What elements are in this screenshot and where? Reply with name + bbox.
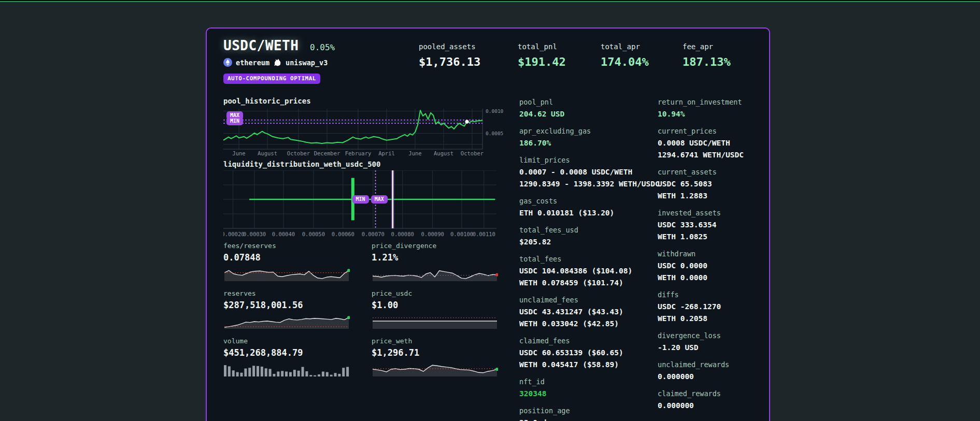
stat-group-claimed_fees: claimed_feesUSDC 60.653139 ($60.65)WETH … [519,337,658,371]
sparkline-value: $1.00 [372,300,498,310]
stat-group-invested_assets: invested_assetsUSDC 333.6354WETH 1.0825 [658,209,771,243]
stat-group-value: WETH 1.2883 [658,190,771,202]
stat-group-value: 204.62 USD [519,108,658,120]
stat-group-value: 0.0008 USDC/WETH [658,137,771,149]
price-history-chart[interactable]: 0.00100.0005JuneAugustOctoberDecemberFeb… [223,107,503,157]
stat-group-value: USDC 65.5083 [658,178,771,190]
stat-group-gas_costs: gas_costsETH 0.010181 ($13.20) [519,197,658,219]
stat-group-label: unclaimed_rewards [658,360,771,369]
sparkline-value: $1,296.71 [372,347,498,358]
stat-group-total_fees: total_feesUSDC 104.084386 ($104.08)WETH … [519,255,658,289]
stat-value: 187.13% [683,55,755,68]
svg-text:February: February [345,150,372,156]
svg-text:April: April [378,150,395,156]
svg-text:0.00100: 0.00100 [450,231,473,237]
stat-label: pooled_assets [419,42,518,51]
stat-group-value: USDC 43.431247 ($43.43) [519,306,658,318]
svg-text:0.00060: 0.00060 [332,231,354,237]
sparkline-value: $287,518,001.56 [223,300,350,310]
svg-text:0.00030: 0.00030 [243,231,266,237]
stat-value: $1,736.13 [419,55,518,68]
stat-group-pool_pnl: pool_pnl204.62 USD [519,98,658,120]
stat-group-label: claimed_rewards [658,389,771,398]
stat-group-label: diffs [658,291,771,299]
stat-group-value: WETH 0.2058 [658,313,771,325]
stat-group-position_age: position_age23.0 days [519,407,658,421]
charts-column: pool_historic_prices 0.00100.0005JuneAug… [223,97,503,385]
stat-group-divergence_loss: divergence_loss-1.20 USD [658,331,771,354]
svg-text:0.00110: 0.00110 [473,231,495,237]
top-stat-pooled_assets: pooled_assets$1,736.13 [419,42,518,68]
sparkline-panel-fees_reserves: fees/reserves0.07848 [223,242,350,281]
stat-group-current_assets: current_assetsUSDC 65.5083WETH 1.2883 [658,168,771,202]
chain-label: ethereum [236,59,269,67]
nft-id-link[interactable]: 320348 [519,388,658,400]
sparkline-label: volume [223,337,350,345]
svg-text:August: August [434,150,453,156]
sparkline-label: price_divergence [372,242,498,250]
sparkline-chart-price_divergence [372,266,498,281]
sparkline-panel-price_usdc: price_usdc$1.00 [372,289,498,329]
stat-group-value: WETH 1.0825 [658,231,771,243]
sparkline-chart-fees_reserves [223,266,350,281]
sparkline-label: fees/reserves [223,242,350,250]
stat-group-label: withdrawn [658,250,771,258]
svg-text:0.00070: 0.00070 [362,231,385,237]
stat-group-value: 186.70% [519,137,658,149]
liquidity-distribution-chart[interactable]: 0.000200.000300.000400.000500.000600.000… [223,170,503,238]
stat-group-value: 0.0007 - 0.0008 USDC/WETH [519,166,658,178]
liquidity-chart-title: liquidity_distribution_weth_usdc_500 [223,160,503,168]
price-chart-title: pool_historic_prices [223,97,503,105]
sparkline-value: 0.07848 [223,252,350,263]
chain-row: ethereum uniswap_v3 [223,58,335,67]
sparkline-label: price_usdc [372,289,498,297]
stat-group-label: limit_prices [519,156,658,164]
stat-group-value: 0.000000 [658,371,771,383]
stat-group-label: total_fees_usd [519,226,658,234]
stat-group-value: 23.0 days [519,417,658,421]
stat-group-value: USDC 0.0000 [658,260,771,272]
stat-group-claimed_rewards: claimed_rewards0.000000 [658,389,771,412]
position-card: USDC/WETH 0.05% ethereum unisw [206,27,770,421]
stat-group-unclaimed_rewards: unclaimed_rewards0.000000 [658,360,771,383]
svg-text:October: October [461,150,484,156]
stat-group-label: invested_assets [658,209,771,217]
stat-group-withdrawn: withdrawnUSDC 0.0000WETH 0.0000 [658,250,771,284]
stat-group-label: total_fees [519,255,658,263]
svg-text:June: June [232,150,245,156]
stat-group-label: nft_id [519,378,658,386]
stat-group-label: pool_pnl [519,98,658,106]
stat-group-value: USDC 104.084386 ($104.08) [519,265,658,277]
sparkline-label: price_weth [372,337,498,345]
stat-label: total_pnl [518,42,601,51]
stat-group-unclaimed_fees: unclaimed_feesUSDC 43.431247 ($43.43)WET… [519,296,658,330]
svg-text:0.0010: 0.0010 [486,108,503,114]
svg-text:August: August [258,150,277,156]
stat-group-total_fees_usd: total_fees_usd$205.82 [519,226,658,248]
stat-group-limit_prices: limit_prices0.0007 - 0.0008 USDC/WETH129… [519,156,658,190]
protocol-label: uniswap_v3 [286,59,328,67]
stat-group-value: $205.82 [519,236,658,248]
stat-group-label: apr_excluding_gas [519,127,658,135]
stat-group-value: USDC 60.653139 ($60.65) [519,347,658,359]
sparkline-chart-price_usdc [372,313,498,329]
stats-column-middle: pool_pnl204.62 USDapr_excluding_gas186.7… [519,98,658,421]
uniswap-icon [273,58,282,67]
card-header: USDC/WETH 0.05% ethereum unisw [223,38,335,84]
stat-group-apr_excluding_gas: apr_excluding_gas186.70% [519,127,658,149]
stat-group-label: gas_costs [519,197,658,205]
max-range-badge: MAX [371,195,388,204]
svg-text:0.00040: 0.00040 [272,231,295,237]
sparkline-value: $451,268,884.79 [223,347,350,358]
stat-group-value: WETH 0.045417 ($58.89) [519,359,658,371]
stat-group-label: unclaimed_fees [519,296,658,304]
stat-group-value: USDC -268.1270 [658,301,771,313]
stat-group-label: current_assets [658,168,771,176]
stat-group-value: USDC 333.6354 [658,219,771,231]
fee-tier: 0.05% [310,42,335,52]
svg-text:0.00050: 0.00050 [302,231,325,237]
svg-text:0.00020: 0.00020 [223,231,245,237]
stat-group-value: 1294.6741 WETH/USDC [658,149,771,161]
svg-text:December: December [314,150,340,156]
sparkline-chart-volume [223,361,350,376]
